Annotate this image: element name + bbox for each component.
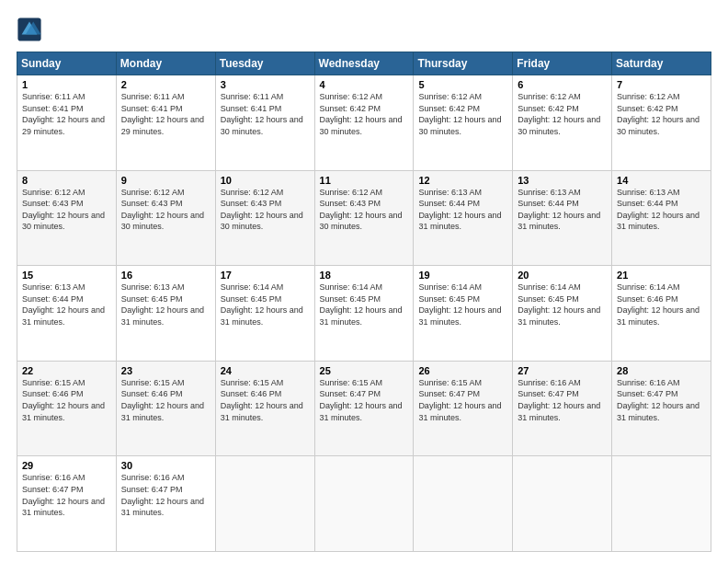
- day-cell: 27Sunrise: 6:16 AMSunset: 6:47 PMDayligh…: [513, 361, 612, 456]
- day-info: Sunrise: 6:12 AMSunset: 6:42 PMDaylight:…: [518, 91, 607, 137]
- day-cell: 24Sunrise: 6:15 AMSunset: 6:46 PMDayligh…: [215, 361, 314, 456]
- day-number: 23: [121, 365, 210, 376]
- day-cell: 9Sunrise: 6:12 AMSunset: 6:43 PMDaylight…: [116, 170, 215, 266]
- day-cell: [414, 456, 513, 552]
- day-number: 6: [518, 79, 607, 90]
- day-number: 5: [418, 79, 507, 90]
- day-info: Sunrise: 6:16 AMSunset: 6:47 PMDaylight:…: [22, 472, 111, 518]
- day-cell: 1Sunrise: 6:11 AMSunset: 6:41 PMDaylight…: [17, 75, 117, 171]
- day-number: 27: [518, 365, 607, 376]
- week-row-4: 22Sunrise: 6:15 AMSunset: 6:46 PMDayligh…: [17, 361, 711, 456]
- day-info: Sunrise: 6:12 AMSunset: 6:42 PMDaylight:…: [617, 91, 706, 137]
- day-cell: 15Sunrise: 6:13 AMSunset: 6:44 PMDayligh…: [17, 266, 117, 362]
- week-row-5: 29Sunrise: 6:16 AMSunset: 6:47 PMDayligh…: [17, 456, 711, 552]
- day-number: 18: [320, 270, 409, 281]
- day-cell: 2Sunrise: 6:11 AMSunset: 6:41 PMDaylight…: [116, 75, 215, 171]
- day-info: Sunrise: 6:14 AMSunset: 6:46 PMDaylight:…: [617, 282, 706, 327]
- day-cell: [215, 456, 314, 552]
- day-number: 1: [22, 79, 111, 90]
- day-info: Sunrise: 6:11 AMSunset: 6:41 PMDaylight:…: [221, 91, 310, 137]
- day-cell: [612, 456, 711, 552]
- day-cell: 4Sunrise: 6:12 AMSunset: 6:42 PMDaylight…: [314, 75, 414, 171]
- day-info: Sunrise: 6:14 AMSunset: 6:45 PMDaylight:…: [518, 282, 607, 327]
- day-header-wednesday: Wednesday: [314, 52, 414, 75]
- day-cell: [513, 456, 612, 552]
- day-number: 16: [121, 270, 210, 281]
- day-info: Sunrise: 6:12 AMSunset: 6:43 PMDaylight:…: [22, 187, 111, 233]
- day-number: 19: [418, 270, 507, 281]
- day-cell: 30Sunrise: 6:16 AMSunset: 6:47 PMDayligh…: [116, 456, 215, 552]
- day-info: Sunrise: 6:13 AMSunset: 6:44 PMDaylight:…: [22, 282, 111, 327]
- day-info: Sunrise: 6:15 AMSunset: 6:46 PMDaylight:…: [22, 377, 111, 423]
- day-info: Sunrise: 6:15 AMSunset: 6:47 PMDaylight:…: [320, 377, 409, 423]
- day-info: Sunrise: 6:14 AMSunset: 6:45 PMDaylight:…: [221, 282, 310, 327]
- day-header-tuesday: Tuesday: [215, 52, 314, 75]
- day-number: 29: [22, 460, 111, 471]
- day-info: Sunrise: 6:16 AMSunset: 6:47 PMDaylight:…: [617, 377, 706, 423]
- day-number: 20: [518, 270, 607, 281]
- day-cell: 29Sunrise: 6:16 AMSunset: 6:47 PMDayligh…: [17, 456, 117, 552]
- day-header-friday: Friday: [513, 52, 612, 75]
- day-info: Sunrise: 6:12 AMSunset: 6:43 PMDaylight:…: [121, 187, 210, 233]
- day-cell: 26Sunrise: 6:15 AMSunset: 6:47 PMDayligh…: [414, 361, 513, 456]
- day-cell: 22Sunrise: 6:15 AMSunset: 6:46 PMDayligh…: [17, 361, 117, 456]
- day-info: Sunrise: 6:15 AMSunset: 6:46 PMDaylight:…: [121, 377, 210, 423]
- day-cell: 20Sunrise: 6:14 AMSunset: 6:45 PMDayligh…: [513, 266, 612, 362]
- day-cell: 25Sunrise: 6:15 AMSunset: 6:47 PMDayligh…: [314, 361, 414, 456]
- day-info: Sunrise: 6:16 AMSunset: 6:47 PMDaylight:…: [518, 377, 607, 423]
- day-cell: 23Sunrise: 6:15 AMSunset: 6:46 PMDayligh…: [116, 361, 215, 456]
- day-number: 7: [617, 79, 706, 90]
- day-info: Sunrise: 6:13 AMSunset: 6:44 PMDaylight:…: [418, 187, 507, 233]
- day-cell: 12Sunrise: 6:13 AMSunset: 6:44 PMDayligh…: [414, 170, 513, 266]
- day-number: 26: [418, 365, 507, 376]
- day-cell: 11Sunrise: 6:12 AMSunset: 6:43 PMDayligh…: [314, 170, 414, 266]
- day-number: 15: [22, 270, 111, 281]
- day-info: Sunrise: 6:13 AMSunset: 6:44 PMDaylight:…: [617, 187, 706, 233]
- day-info: Sunrise: 6:12 AMSunset: 6:43 PMDaylight:…: [221, 187, 310, 233]
- day-number: 17: [221, 270, 310, 281]
- day-cell: 14Sunrise: 6:13 AMSunset: 6:44 PMDayligh…: [612, 170, 711, 266]
- day-cell: 5Sunrise: 6:12 AMSunset: 6:42 PMDaylight…: [414, 75, 513, 171]
- day-number: 10: [221, 175, 310, 186]
- day-number: 4: [320, 79, 409, 90]
- week-row-2: 8Sunrise: 6:12 AMSunset: 6:43 PMDaylight…: [17, 170, 711, 266]
- day-number: 11: [320, 175, 409, 186]
- calendar-header-row: SundayMondayTuesdayWednesdayThursdayFrid…: [17, 52, 711, 75]
- day-info: Sunrise: 6:15 AMSunset: 6:47 PMDaylight:…: [418, 377, 507, 423]
- day-cell: 6Sunrise: 6:12 AMSunset: 6:42 PMDaylight…: [513, 75, 612, 171]
- calendar: SundayMondayTuesdayWednesdayThursdayFrid…: [17, 52, 711, 552]
- day-cell: 19Sunrise: 6:14 AMSunset: 6:45 PMDayligh…: [414, 266, 513, 362]
- day-info: Sunrise: 6:11 AMSunset: 6:41 PMDaylight:…: [22, 91, 111, 137]
- day-cell: 18Sunrise: 6:14 AMSunset: 6:45 PMDayligh…: [314, 266, 414, 362]
- day-number: 25: [320, 365, 409, 376]
- day-number: 21: [617, 270, 706, 281]
- day-number: 8: [22, 175, 111, 186]
- logo: [17, 17, 46, 42]
- day-cell: 7Sunrise: 6:12 AMSunset: 6:42 PMDaylight…: [612, 75, 711, 171]
- day-info: Sunrise: 6:12 AMSunset: 6:43 PMDaylight:…: [320, 187, 409, 233]
- day-header-saturday: Saturday: [612, 52, 711, 75]
- day-cell: 10Sunrise: 6:12 AMSunset: 6:43 PMDayligh…: [215, 170, 314, 266]
- day-number: 9: [121, 175, 210, 186]
- day-cell: 16Sunrise: 6:13 AMSunset: 6:45 PMDayligh…: [116, 266, 215, 362]
- day-number: 28: [617, 365, 706, 376]
- day-number: 22: [22, 365, 111, 376]
- logo-icon: [17, 17, 42, 42]
- day-cell: [314, 456, 414, 552]
- day-cell: 8Sunrise: 6:12 AMSunset: 6:43 PMDaylight…: [17, 170, 117, 266]
- week-row-3: 15Sunrise: 6:13 AMSunset: 6:44 PMDayligh…: [17, 266, 711, 362]
- day-info: Sunrise: 6:12 AMSunset: 6:42 PMDaylight:…: [320, 91, 409, 137]
- day-number: 12: [418, 175, 507, 186]
- day-number: 30: [121, 460, 210, 471]
- day-info: Sunrise: 6:13 AMSunset: 6:44 PMDaylight:…: [518, 187, 607, 233]
- day-info: Sunrise: 6:12 AMSunset: 6:42 PMDaylight:…: [418, 91, 507, 137]
- day-info: Sunrise: 6:16 AMSunset: 6:47 PMDaylight:…: [121, 472, 210, 518]
- day-info: Sunrise: 6:11 AMSunset: 6:41 PMDaylight:…: [121, 91, 210, 137]
- day-info: Sunrise: 6:15 AMSunset: 6:46 PMDaylight:…: [221, 377, 310, 423]
- day-cell: 21Sunrise: 6:14 AMSunset: 6:46 PMDayligh…: [612, 266, 711, 362]
- day-cell: 28Sunrise: 6:16 AMSunset: 6:47 PMDayligh…: [612, 361, 711, 456]
- page: SundayMondayTuesdayWednesdayThursdayFrid…: [0, 0, 728, 563]
- day-info: Sunrise: 6:13 AMSunset: 6:45 PMDaylight:…: [121, 282, 210, 327]
- day-number: 2: [121, 79, 210, 90]
- day-cell: 13Sunrise: 6:13 AMSunset: 6:44 PMDayligh…: [513, 170, 612, 266]
